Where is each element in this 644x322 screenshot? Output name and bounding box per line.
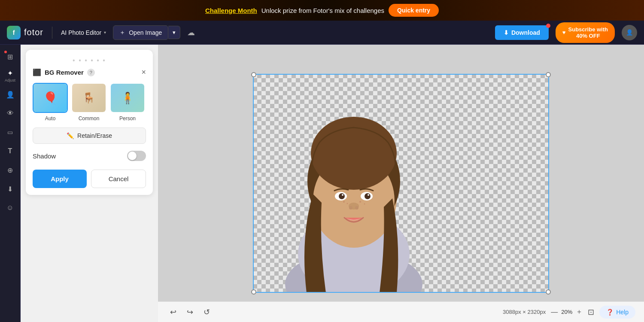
download-notification-badge (546, 24, 550, 28)
svg-point-16 (343, 201, 345, 203)
help-button[interactable]: ❓ Help (599, 306, 635, 319)
banner-subtitle: Unlock prize from Fotor's mix of challen… (261, 7, 384, 14)
text-icon: T (8, 147, 12, 155)
chevron-down-icon: ▾ (104, 30, 106, 35)
bottom-bar: ↩ ↪ ↺ 3088px × 2320px — 20% ＋ ⊡ ❓ Help (158, 301, 644, 322)
canvas-container[interactable] (253, 74, 549, 293)
shadow-toggle[interactable] (127, 151, 146, 161)
main-layout: ⊞ ✦ Adjust 👤 👁 ▭ T ⊕ ⬇ ☺ • • • (0, 45, 644, 322)
type-option-common[interactable]: 🪑 Common (71, 83, 106, 122)
reset-button[interactable]: ↺ (200, 306, 213, 319)
quick-entry-button[interactable]: Quick entry (389, 4, 439, 17)
panel-header: ⬛ BG Remover ? × (33, 68, 146, 77)
portrait-icon: 👤 (6, 91, 15, 99)
main-header: f fotor AI Photo Editor ▾ ＋ Open Image ▾… (0, 21, 644, 45)
type-label-person: Person (119, 115, 136, 122)
download-icon: ⬇ (504, 29, 509, 36)
apps-icon: ⊞ (7, 53, 13, 61)
canvas-dimensions: 3088px × 2320px (503, 309, 546, 315)
subscribe-label: Subscribe with40% OFF (568, 26, 608, 39)
undo-redo-group: ↩ ↪ ↺ (167, 306, 213, 319)
toolbar-notification-dot (4, 51, 7, 53)
retain-erase-label: Retain/Erase (77, 132, 112, 139)
cancel-button[interactable]: Cancel (91, 170, 146, 188)
layout-icon[interactable]: ⊡ (588, 307, 594, 317)
toolbar-item-download[interactable]: ⬇ (2, 180, 19, 197)
panel-title-row: ⬛ BG Remover ? (33, 68, 95, 76)
zoom-in-button[interactable]: ＋ (576, 307, 583, 316)
user-avatar-button[interactable]: 👤 (622, 25, 637, 40)
user-icon: 👤 (626, 29, 633, 36)
logo: f fotor (7, 26, 43, 39)
action-buttons-row: Apply Cancel (33, 170, 146, 188)
plus-icon: ＋ (119, 29, 125, 36)
svg-point-10 (365, 193, 371, 199)
zoom-value: 20% (561, 309, 572, 315)
help-label: Help (616, 309, 629, 316)
promo-banner: Challenge Month Unlock prize from Fotor'… (0, 0, 644, 21)
type-label-auto: Auto (45, 115, 56, 122)
svg-point-12 (368, 194, 369, 196)
bg-remover-icon: ⬛ (33, 68, 41, 76)
ai-editor-label: AI Photo Editor (61, 29, 101, 36)
layers-icon: ▭ (7, 129, 13, 136)
cloud-save-icon[interactable]: ☁ (187, 28, 195, 37)
open-image-button[interactable]: ＋ Open Image (113, 25, 168, 40)
help-icon-button[interactable]: ? (87, 69, 95, 76)
download-side-icon: ⬇ (7, 185, 13, 193)
open-image-label: Open Image (129, 29, 162, 36)
ai-photo-editor-button[interactable]: AI Photo Editor ▾ (61, 29, 106, 36)
adjust-icon: ✦ (7, 69, 13, 77)
toolbar-item-wrap-red: ⊞ (2, 48, 19, 65)
apply-button[interactable]: Apply (33, 170, 87, 188)
canvas-checker (253, 74, 549, 293)
toolbar-item-text[interactable]: T (2, 143, 19, 160)
fotor-logo-icon[interactable]: f (7, 26, 21, 39)
toolbar-item-apps[interactable]: ⊞ (2, 48, 19, 65)
type-option-auto[interactable]: 🎈 Auto (33, 83, 68, 122)
type-thumbnail-common[interactable]: 🪑 (71, 83, 106, 113)
portrait-image (274, 74, 433, 293)
toolbar-item-adjust[interactable]: ✦ Adjust (2, 67, 19, 84)
toolbar-item-emoji[interactable]: ☺ (2, 199, 19, 216)
zoom-out-button[interactable]: — (551, 308, 558, 316)
toolbar-item-layers[interactable]: ▭ (2, 124, 19, 141)
zoom-info: 3088px × 2320px — 20% ＋ ⊡ ❓ Help (503, 306, 635, 319)
svg-point-19 (364, 204, 365, 205)
download-label: Download (511, 29, 540, 36)
panel-drag-handle[interactable]: • • • • • • (33, 57, 146, 64)
toolbar-item-eye[interactable]: 👁 (2, 105, 19, 122)
redo-button[interactable]: ↪ (183, 306, 197, 319)
emoji-icon: ☺ (6, 204, 13, 212)
toggle-thumb (128, 152, 137, 160)
retain-erase-button[interactable]: ✏️ Retain/Erase (33, 128, 146, 144)
header-divider (52, 27, 52, 39)
svg-point-14 (349, 206, 352, 210)
challenge-label[interactable]: Challenge Month (205, 7, 257, 14)
open-image-dropdown-button[interactable]: ▾ (168, 26, 180, 39)
canvas-area: ↩ ↪ ↺ 3088px × 2320px — 20% ＋ ⊡ ❓ Help (158, 45, 644, 322)
download-button[interactable]: ⬇ Download (495, 25, 549, 40)
svg-point-18 (359, 201, 361, 203)
panel-close-button[interactable]: × (141, 68, 146, 77)
open-image-group: ＋ Open Image ▾ (113, 25, 180, 40)
undo-button[interactable]: ↩ (167, 306, 180, 319)
eye-icon: 👁 (7, 109, 14, 117)
type-option-person[interactable]: 🧍 Person (110, 83, 145, 122)
pencil-icon: ✏️ (67, 132, 74, 139)
heart-icon: ♥ (562, 29, 566, 36)
type-thumbnail-person[interactable]: 🧍 (110, 83, 145, 113)
shadow-label: Shadow (33, 152, 56, 160)
panel-title: BG Remover (45, 69, 84, 76)
svg-point-11 (342, 194, 343, 196)
logo-text: fotor (24, 27, 43, 37)
bg-type-selector: 🎈 Auto 🪑 Common 🧍 Person (33, 83, 146, 122)
type-thumbnail-auto[interactable]: 🎈 (33, 83, 68, 113)
left-toolbar: ⊞ ✦ Adjust 👤 👁 ▭ T ⊕ ⬇ ☺ (0, 45, 21, 322)
bg-remover-panel: • • • • • • ⬛ BG Remover ? × 🎈 Auto (26, 50, 153, 195)
toolbar-item-portrait[interactable]: 👤 (2, 86, 19, 103)
subscribe-button[interactable]: ♥ Subscribe with40% OFF (556, 22, 615, 43)
adjust-label: Adjust (5, 78, 15, 82)
toolbar-item-group[interactable]: ⊕ (2, 161, 19, 179)
shadow-row: Shadow (33, 151, 146, 161)
